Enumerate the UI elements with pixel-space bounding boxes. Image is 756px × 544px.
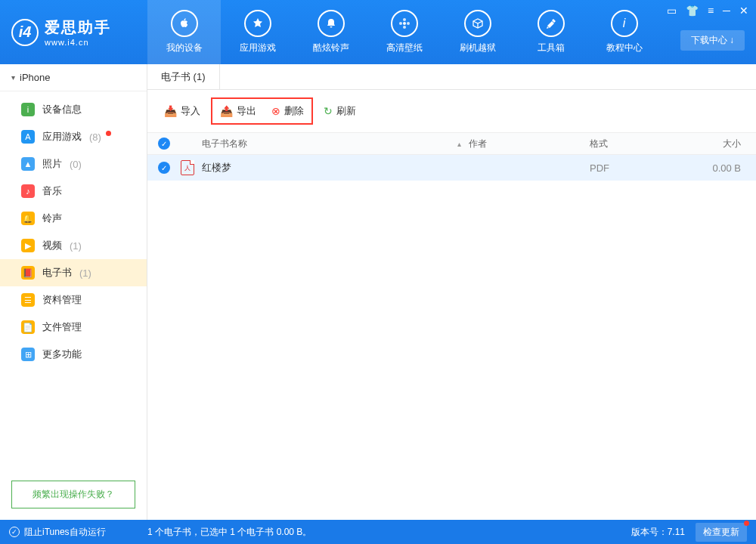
- top-nav: 我的设备 应用游戏 酷炫铃声 高清壁纸 刷机越狱 工具箱 i 教程中心: [147, 0, 661, 64]
- import-button[interactable]: 📥导入: [156, 100, 208, 122]
- sidebar-item-label: 音乐: [42, 184, 62, 198]
- sidebar-item-count: (0): [70, 159, 82, 170]
- app-name: 爱思助手: [45, 17, 111, 38]
- appstore-icon: [244, 10, 271, 37]
- sidebar-icon: ▲: [21, 157, 35, 171]
- sidebar-icon: ☰: [21, 293, 35, 307]
- sidebar-item-label: 视频: [42, 239, 62, 252]
- sort-asc-icon: ▴: [457, 140, 461, 148]
- row-checkbox[interactable]: ✓: [158, 162, 170, 174]
- col-size[interactable]: 大小: [688, 138, 756, 150]
- check-icon: ✓: [9, 527, 20, 537]
- sidebar-icon: 🔔: [21, 212, 35, 225]
- nav-toolbox[interactable]: 工具箱: [514, 0, 587, 64]
- sidebar-item-5[interactable]: ▶视频(1): [0, 232, 147, 259]
- nav-apps[interactable]: 应用游戏: [221, 0, 294, 64]
- sidebar-icon: A: [21, 130, 35, 144]
- select-all-checkbox[interactable]: ✓: [158, 138, 170, 150]
- apple-icon: [171, 10, 198, 37]
- svg-point-4: [407, 22, 410, 25]
- status-bar: ✓阻止iTunes自动运行 1 个电子书，已选中 1 个电子书 0.00 B。 …: [0, 520, 756, 544]
- info-icon: i: [611, 10, 638, 37]
- folder-out-icon: 📤: [220, 105, 233, 117]
- sidebar-item-3[interactable]: ♪音乐: [0, 178, 147, 205]
- sidebar-icon: 📕: [21, 266, 35, 280]
- sidebar-item-2[interactable]: ▲照片(0): [0, 150, 147, 178]
- sidebar-item-label: 照片: [42, 157, 62, 171]
- version-label: 版本号：7.11: [631, 526, 685, 539]
- sidebar-icon: ▶: [21, 239, 35, 252]
- sidebar-item-label: 电子书: [42, 266, 72, 280]
- flower-icon: [391, 10, 418, 37]
- col-format[interactable]: 格式: [590, 138, 688, 150]
- wrench-icon: [538, 10, 565, 37]
- export-button[interactable]: 📤导出: [212, 100, 264, 122]
- sidebar-item-7[interactable]: ☰资料管理: [0, 286, 147, 314]
- status-text: 1 个电子书，已选中 1 个电子书 0.00 B。: [147, 526, 631, 539]
- refresh-button[interactable]: ↻刷新: [316, 100, 364, 122]
- sidebar-item-label: 铃声: [42, 212, 62, 225]
- sidebar-item-6[interactable]: 📕电子书(1): [0, 259, 147, 286]
- sidebar-item-label: 应用游戏: [42, 130, 82, 144]
- sidebar: iPhone i设备信息A应用游戏(8)▲照片(0)♪音乐🔔铃声▶视频(1)📕电…: [0, 64, 147, 520]
- nav-jailbreak[interactable]: 刷机越狱: [441, 0, 514, 64]
- nav-my-device[interactable]: 我的设备: [147, 0, 221, 64]
- table-header: ✓ 电子书名称▴ 作者 格式 大小: [147, 132, 756, 155]
- sidebar-icon: 📄: [21, 320, 35, 334]
- check-update-button[interactable]: 检查更新: [696, 523, 747, 542]
- download-center-button[interactable]: 下载中心 ↓: [680, 30, 745, 51]
- minimize-icon[interactable]: ─: [723, 5, 730, 17]
- app-url: www.i4.cn: [45, 38, 111, 47]
- delete-icon: ⊗: [271, 105, 280, 117]
- tab-ebooks[interactable]: 电子书 (1): [147, 64, 220, 89]
- help-link[interactable]: 频繁出现操作失败？: [11, 481, 135, 508]
- app-header: i4 爱思助手 www.i4.cn 我的设备 应用游戏 酷炫铃声 高清壁纸 刷机…: [0, 0, 756, 64]
- delete-button[interactable]: ⊗删除: [264, 100, 311, 122]
- col-author[interactable]: 作者: [469, 138, 590, 150]
- cell-size: 0.00 B: [688, 162, 756, 174]
- sidebar-item-count: (8): [89, 131, 101, 143]
- pdf-icon: 人: [181, 160, 194, 175]
- close-icon[interactable]: ✕: [739, 5, 748, 17]
- itunes-toggle[interactable]: ✓阻止iTunes自动运行: [9, 526, 147, 539]
- sidebar-item-4[interactable]: 🔔铃声: [0, 205, 147, 232]
- sidebar-item-count: (1): [70, 240, 82, 252]
- main-panel: 电子书 (1) 📥导入 📤导出 ⊗删除 ↻刷新 ✓ 电子书名称▴ 作者 格式 大…: [147, 64, 756, 520]
- nav-ringtones[interactable]: 酷炫铃声: [294, 0, 367, 64]
- logo-badge-icon: i4: [11, 19, 39, 46]
- svg-point-3: [399, 22, 402, 25]
- refresh-icon: ↻: [324, 105, 333, 117]
- box-icon: [464, 10, 491, 37]
- sidebar-item-label: 设备信息: [42, 103, 82, 116]
- nav-wallpapers[interactable]: 高清壁纸: [367, 0, 441, 64]
- menu-icon[interactable]: ≡: [708, 5, 714, 17]
- table-row[interactable]: ✓人红楼梦PDF0.00 B: [147, 155, 756, 181]
- skin-icon[interactable]: 👕: [686, 5, 699, 17]
- sidebar-item-label: 文件管理: [42, 320, 82, 334]
- sidebar-item-label: 资料管理: [42, 293, 82, 307]
- sidebar-item-9[interactable]: ⊞更多功能: [0, 341, 147, 368]
- cell-name: 红楼梦: [202, 161, 469, 175]
- tab-bar: 电子书 (1): [147, 64, 756, 90]
- svg-point-0: [403, 22, 406, 25]
- sidebar-icon: ♪: [21, 184, 35, 198]
- sidebar-item-8[interactable]: 📄文件管理: [0, 314, 147, 341]
- notification-dot-icon: [106, 131, 111, 136]
- cell-format: PDF: [590, 162, 688, 174]
- sidebar-item-0[interactable]: i设备信息: [0, 96, 147, 123]
- highlight-annotation: 📤导出 ⊗删除: [211, 97, 313, 125]
- sidebar-icon: i: [21, 103, 35, 116]
- sidebar-item-1[interactable]: A应用游戏(8): [0, 123, 147, 150]
- sidebar-icon: ⊞: [21, 348, 35, 361]
- nav-tutorials[interactable]: i 教程中心: [587, 0, 661, 64]
- folder-in-icon: 📥: [164, 105, 177, 117]
- window-controls: ▭ 👕 ≡ ─ ✕: [667, 5, 748, 17]
- svg-point-2: [403, 26, 406, 29]
- sidebar-item-label: 更多功能: [42, 348, 82, 361]
- feedback-icon[interactable]: ▭: [667, 5, 677, 17]
- logo: i4 爱思助手 www.i4.cn: [0, 17, 147, 47]
- bell-icon: [318, 10, 345, 37]
- col-name[interactable]: 电子书名称▴: [202, 138, 469, 150]
- svg-point-1: [403, 18, 406, 21]
- sidebar-device-header[interactable]: iPhone: [0, 64, 147, 91]
